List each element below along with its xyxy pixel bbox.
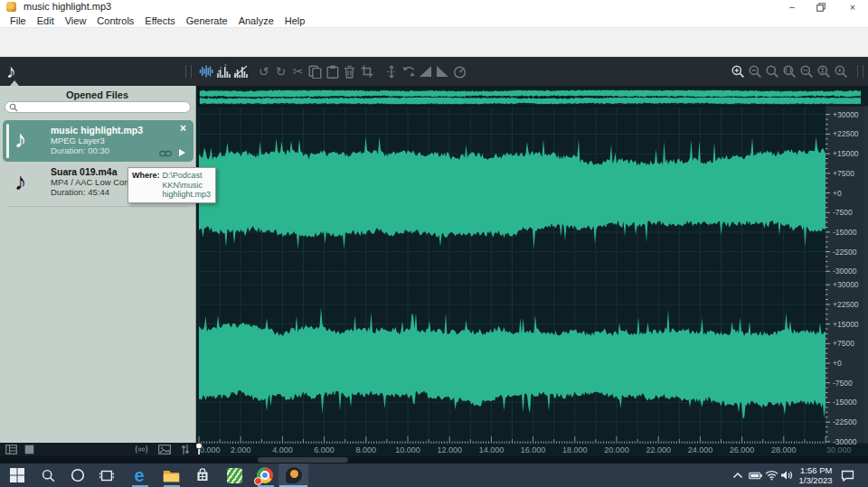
zoom-selection-icon[interactable] (780, 57, 797, 86)
file-duration: Duration: 45:44 (51, 187, 109, 197)
menu-item-edit[interactable]: Edit (32, 15, 60, 26)
store-icon (195, 468, 210, 482)
undo-icon[interactable]: ↺ (255, 57, 272, 86)
clock-tray-button[interactable]: 1:56 PM 1/3/2023 (796, 464, 835, 487)
notepad-button[interactable] (220, 464, 249, 487)
tray-expand-button[interactable] (731, 464, 745, 487)
gain-icon[interactable] (451, 57, 468, 86)
svg-text:22.000: 22.000 (646, 445, 671, 454)
link-status-icon[interactable] (135, 445, 148, 454)
ocenaudio-taskbar-button[interactable] (278, 464, 308, 487)
cortana-button[interactable] (64, 464, 91, 487)
redo-icon[interactable]: ↻ (272, 57, 289, 86)
file-explorer-button[interactable] (156, 464, 185, 487)
edge-button[interactable]: e (125, 464, 154, 487)
fade-in-icon[interactable] (417, 57, 434, 86)
wifi-icon (765, 470, 778, 481)
title-bar[interactable]: music highlight.mp3 − × (0, 0, 868, 14)
menu-item-generate[interactable]: Generate (181, 15, 233, 26)
explorer-icon (163, 469, 180, 482)
svg-text:+7500: +7500 (833, 169, 854, 178)
store-button[interactable] (188, 464, 217, 487)
svg-text:28.000: 28.000 (771, 445, 797, 454)
zoom-all-icon[interactable] (797, 57, 815, 86)
link-icon[interactable] (159, 150, 172, 157)
wifi-tray-button[interactable] (763, 464, 779, 487)
svg-text:16.000: 16.000 (521, 445, 546, 454)
file-name: Suara 019.m4a (51, 166, 118, 177)
battery-tray-button[interactable] (747, 464, 763, 487)
file-format: MPEG Layer3 (51, 136, 105, 145)
app-note-icon[interactable]: ♪ (6, 61, 16, 82)
close-button[interactable]: × (839, 0, 866, 14)
chrome-button[interactable] (250, 464, 279, 487)
selected-accent-bar (6, 124, 9, 158)
svg-text:30.000: 30.000 (826, 445, 852, 454)
volume-tray-button[interactable] (778, 464, 795, 487)
window-title: music highlight.mp3 (24, 1, 111, 12)
amplitude-icon[interactable] (382, 57, 400, 86)
grid-toggle-icon[interactable] (24, 445, 34, 454)
file-search-box[interactable] (5, 101, 191, 113)
tray-time: 1:56 PM (800, 465, 832, 475)
svg-text:+15000: +15000 (833, 149, 859, 158)
trim-icon[interactable] (358, 57, 375, 86)
paste-icon[interactable] (324, 57, 341, 86)
chrome-badge (254, 477, 262, 485)
panel-toggle-icon[interactable] (5, 445, 17, 454)
waveform-display[interactable]: +30000+22500+15000+7500+0-7500-15000-225… (196, 86, 868, 456)
task-view-button[interactable] (93, 464, 120, 487)
scrollbar-thumb[interactable] (258, 457, 348, 463)
menu-bar: FileEditViewControlsEffectsGenerateAnaly… (0, 14, 868, 28)
svg-text:+7500: +7500 (833, 339, 854, 348)
menu-item-file[interactable]: File (5, 15, 32, 26)
spectrum-view-icon[interactable] (214, 57, 231, 86)
zoom-out-icon[interactable] (746, 57, 763, 86)
restore-icon (816, 3, 826, 12)
start-button[interactable] (4, 464, 31, 487)
play-file-button[interactable] (179, 149, 185, 156)
fade-out-icon[interactable] (434, 57, 451, 86)
sort-status-icon[interactable] (181, 444, 190, 455)
menu-item-help[interactable]: Help (279, 15, 311, 26)
close-file-button[interactable]: × (180, 122, 186, 135)
svg-text:14.000: 14.000 (479, 445, 505, 454)
menu-item-effects[interactable]: Effects (139, 15, 180, 26)
cut-icon[interactable]: ✂ (289, 57, 307, 86)
taskbar-search-icon (42, 469, 55, 482)
vertical-zoom-in-icon[interactable] (815, 57, 832, 86)
image-status-icon[interactable] (158, 445, 171, 454)
svg-text:18.000: 18.000 (562, 445, 588, 454)
action-center-button[interactable] (837, 464, 857, 487)
zoom-in-icon[interactable] (729, 57, 746, 86)
ocenaudio-window: music highlight.mp3 − × FileEditViewCont… (0, 0, 868, 487)
file-item-selected[interactable]: ♪ music highlight.mp3 MPEG Layer3 Durati… (3, 120, 193, 162)
menu-item-controls[interactable]: Controls (91, 15, 139, 26)
edge-icon: e (134, 465, 144, 486)
svg-text:20.000: 20.000 (604, 445, 629, 454)
svg-text:0.000: 0.000 (200, 445, 221, 454)
toolbar-drag-handle[interactable] (185, 65, 192, 78)
app-logo-icon (6, 2, 16, 12)
svg-text:+22500: +22500 (833, 129, 859, 138)
menu-item-analyze[interactable]: Analyze (233, 15, 279, 26)
delete-icon[interactable] (341, 57, 358, 86)
toolbar-end-handle[interactable] (857, 65, 863, 78)
minimize-button[interactable]: − (778, 0, 806, 14)
taskbar-search-button[interactable] (34, 464, 61, 487)
spectrum-off-icon[interactable] (231, 57, 249, 86)
restore-button[interactable] (807, 0, 835, 14)
vertical-zoom-out-icon[interactable] (832, 57, 849, 86)
horizontal-scrollbar[interactable] (0, 456, 868, 464)
reverse-icon[interactable] (400, 57, 417, 86)
cortana-icon (71, 468, 85, 482)
zoom-reset-icon[interactable] (763, 57, 780, 86)
file-path-tooltip: Where: D:\Podcast KKN\music highlight.mp… (127, 167, 216, 203)
svg-text:-15000: -15000 (833, 398, 857, 407)
menu-item-view[interactable]: View (60, 15, 92, 26)
copy-icon[interactable] (307, 57, 324, 86)
file-note-icon: ♪ (14, 168, 27, 196)
file-duration: Duration: 00:30 (51, 145, 109, 155)
svg-text:+0: +0 (833, 359, 842, 368)
waveform-view-icon[interactable] (197, 57, 214, 86)
